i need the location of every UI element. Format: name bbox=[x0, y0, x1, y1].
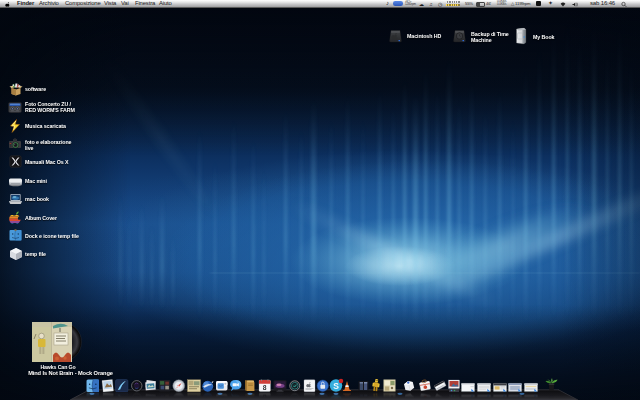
svg-text:S: S bbox=[333, 381, 339, 391]
svg-text:8: 8 bbox=[263, 383, 267, 390]
